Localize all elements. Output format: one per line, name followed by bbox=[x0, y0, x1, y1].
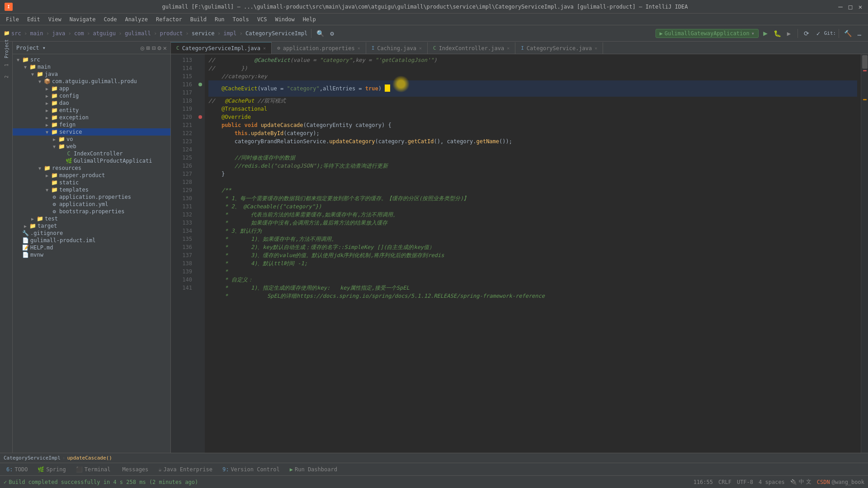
tree-bootstrap[interactable]: ⚙ bootstrap.properties bbox=[13, 208, 170, 215]
tree-gitignore[interactable]: 🔧 .gitignore bbox=[13, 230, 170, 237]
status-position[interactable]: 116:55 bbox=[693, 479, 713, 485]
bottom-tab-todo[interactable]: 6: TODO bbox=[2, 465, 32, 474]
tree-app-props[interactable]: ⚙ application.properties bbox=[13, 193, 170, 201]
footer-method[interactable]: updateCascade() bbox=[67, 455, 112, 461]
scrollbar-thumb[interactable] bbox=[862, 55, 868, 69]
menu-window[interactable]: Window bbox=[271, 15, 298, 23]
activity-2[interactable]: 2 bbox=[1, 71, 12, 82]
git-push[interactable]: Git: bbox=[825, 28, 835, 38]
menu-refactor[interactable]: Refactor bbox=[152, 15, 186, 23]
breadcrumb-gulimall[interactable]: gulimall bbox=[125, 30, 151, 37]
git-update[interactable]: ⟳ bbox=[802, 28, 811, 38]
breadcrumb-service[interactable]: service bbox=[192, 30, 215, 37]
tab-category-service-impl[interactable]: C CategoryServiceImpl.java ✕ bbox=[171, 42, 272, 54]
coverage-button[interactable]: ▶ bbox=[784, 28, 794, 38]
breadcrumb-src[interactable]: 📁 src bbox=[4, 30, 21, 37]
tree-mvnw[interactable]: 📄 mvnw bbox=[13, 251, 170, 258]
tree-package[interactable]: ▼ 📦 com.atguigu.gulimall.produ bbox=[13, 78, 170, 85]
debug-button[interactable]: 🐛 bbox=[772, 28, 782, 38]
tree-entity[interactable]: ▶ 📁 entity bbox=[13, 107, 170, 114]
bottom-tab-spring[interactable]: 🌿 Spring bbox=[33, 465, 70, 474]
run-button[interactable]: ▶ bbox=[760, 28, 770, 38]
footer-class[interactable]: CategoryServiceImpl bbox=[4, 455, 61, 461]
tree-app-yml[interactable]: ⚙ application.yml bbox=[13, 201, 170, 208]
menu-analyze[interactable]: Analyze bbox=[121, 15, 151, 23]
tab-caching[interactable]: I Caching.java ✕ bbox=[366, 42, 428, 54]
code-content[interactable]: // @CacheEvict(value = "category",key = … bbox=[205, 54, 861, 453]
tree-service[interactable]: ▼ 📁 service bbox=[13, 128, 170, 136]
breadcrumb-java[interactable]: java bbox=[52, 30, 65, 37]
menu-vcs[interactable]: VCS bbox=[254, 15, 271, 23]
tree-index-controller[interactable]: C IndexController bbox=[13, 150, 170, 157]
tree-gulimall-app[interactable]: 🌿 GulimallProductApplicati bbox=[13, 157, 170, 164]
toolbar-search-everywhere[interactable]: 🔍 bbox=[315, 28, 325, 38]
status-charset[interactable]: UTF-8 bbox=[737, 479, 753, 485]
panel-expand-icon[interactable]: ⊞ bbox=[146, 44, 150, 52]
tree-src[interactable]: ▼ 📁 src bbox=[13, 56, 170, 63]
toolbar-more[interactable]: … bbox=[854, 28, 864, 38]
panel-close-icon[interactable]: ✕ bbox=[163, 44, 167, 52]
status-csdn[interactable]: CSDN @wang_book bbox=[817, 479, 864, 485]
tree-config[interactable]: ▶ 📁 config bbox=[13, 92, 170, 99]
tab-category-service[interactable]: I CategoryService.java ✕ bbox=[515, 42, 603, 54]
tree-dao[interactable]: ▶ 📁 dao bbox=[13, 99, 170, 107]
close-button[interactable]: ✕ bbox=[857, 4, 863, 10]
window-controls[interactable]: — □ ✕ bbox=[837, 4, 863, 10]
run-config-arrow[interactable]: ▾ bbox=[751, 30, 755, 37]
tab-close-4[interactable]: ✕ bbox=[507, 46, 509, 51]
tree-feign[interactable]: ▶ 📁 feign bbox=[13, 121, 170, 128]
tab-close-3[interactable]: ✕ bbox=[419, 46, 422, 51]
activity-1[interactable]: 1 bbox=[1, 60, 12, 70]
menu-view[interactable]: View bbox=[45, 15, 65, 23]
panel-locate-icon[interactable]: ◎ bbox=[141, 44, 144, 52]
breadcrumb-com[interactable]: com bbox=[74, 30, 84, 37]
tree-mapper[interactable]: ▶ 📁 mapper.product bbox=[13, 172, 170, 179]
bottom-tab-terminal[interactable]: ⬛ Terminal bbox=[71, 465, 115, 474]
run-config[interactable]: ▶ GulimallGatewayApplication ▾ bbox=[656, 29, 759, 38]
tree-resources[interactable]: ▼ 📁 resources bbox=[13, 164, 170, 172]
minimize-button[interactable]: — bbox=[837, 4, 844, 10]
tree-web[interactable]: ▼ 📁 web bbox=[13, 143, 170, 150]
tree-helpmd[interactable]: 📝 HELP.md bbox=[13, 244, 170, 251]
toolbar-settings[interactable]: ⚙ bbox=[327, 28, 337, 38]
menu-help[interactable]: Help bbox=[299, 15, 320, 23]
tree-templates[interactable]: ▼ 📁 templates bbox=[13, 186, 170, 193]
tab-close-5[interactable]: ✕ bbox=[594, 46, 597, 51]
status-linesep[interactable]: CRLF bbox=[718, 479, 731, 485]
git-commit[interactable]: ✓ bbox=[813, 28, 823, 38]
status-indent[interactable]: 4 spaces bbox=[759, 479, 785, 485]
menu-build[interactable]: Build bbox=[187, 15, 210, 23]
tree-java[interactable]: ▼ 📁 java bbox=[13, 70, 170, 78]
tree-target[interactable]: ▶ 📁 target bbox=[13, 222, 170, 230]
menu-run[interactable]: Run bbox=[211, 15, 228, 23]
tree-static[interactable]: 📁 static bbox=[13, 179, 170, 186]
maximize-button[interactable]: □ bbox=[847, 4, 854, 10]
breadcrumb-classname[interactable]: CategoryServiceImpl bbox=[245, 30, 307, 37]
breadcrumb-atguigu[interactable]: atguigu bbox=[93, 30, 116, 37]
breadcrumb-main[interactable]: main bbox=[30, 30, 43, 37]
tree-app[interactable]: ▶ 📁 app bbox=[13, 85, 170, 92]
tab-close-1[interactable]: ✕ bbox=[263, 46, 266, 51]
panel-collapse-icon[interactable]: ⊟ bbox=[152, 44, 156, 52]
bottom-tab-java-enterprise[interactable]: ☕ Java Enterprise bbox=[154, 465, 217, 474]
tab-app-properties[interactable]: ⚙ application.properties ✕ bbox=[272, 42, 366, 54]
menu-edit[interactable]: Edit bbox=[24, 15, 44, 23]
bottom-tab-messages[interactable]: Messages bbox=[116, 465, 153, 474]
tab-index-controller[interactable]: C IndexController.java ✕ bbox=[428, 42, 515, 54]
tab-close-2[interactable]: ✕ bbox=[358, 46, 360, 51]
breadcrumb-product[interactable]: product bbox=[160, 30, 183, 37]
tree-exception[interactable]: ▶ 📁 exception bbox=[13, 114, 170, 121]
activity-project[interactable]: Project bbox=[1, 43, 12, 54]
bottom-tab-version-control[interactable]: 9: Version Control bbox=[218, 465, 284, 474]
menu-file[interactable]: File bbox=[2, 15, 23, 23]
tree-iml[interactable]: 📄 gulimall-product.iml bbox=[13, 237, 170, 244]
tree-main[interactable]: ▼ 📁 main bbox=[13, 63, 170, 70]
panel-settings-icon[interactable]: ⚙ bbox=[157, 44, 161, 52]
tree-vo[interactable]: ▶ 📁 vo bbox=[13, 136, 170, 143]
right-scrollbar[interactable] bbox=[861, 54, 868, 453]
toolbar-build[interactable]: 🔨 bbox=[843, 28, 853, 38]
menu-tools[interactable]: Tools bbox=[229, 15, 253, 23]
bottom-tab-run-dashboard[interactable]: ▶ Run Dashboard bbox=[285, 465, 342, 474]
menu-code[interactable]: Code bbox=[100, 15, 121, 23]
menu-navigate[interactable]: Navigate bbox=[66, 15, 99, 23]
